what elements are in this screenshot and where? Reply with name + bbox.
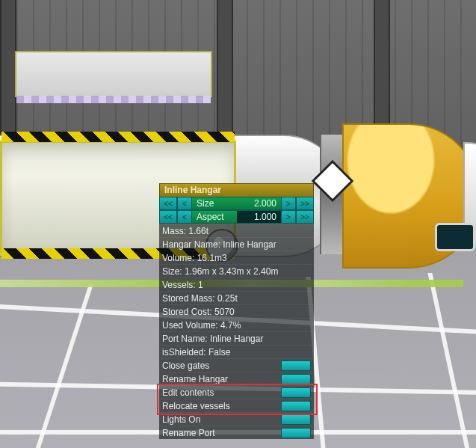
- info-row: Port Name: Inline Hangar: [159, 331, 314, 345]
- action-button[interactable]: [281, 401, 311, 411]
- info-row: Used Volume: 4.7%: [159, 318, 314, 331]
- panel-title: Inline Hangar: [159, 183, 314, 197]
- action-label: Relocate vessels: [162, 401, 281, 411]
- girder: [374, 0, 390, 202]
- info-row: Stored Cost: 5070: [159, 304, 314, 318]
- info-row: Volume: 16.1m3: [159, 251, 314, 264]
- info-text: Used Volume: 4.7%: [162, 320, 241, 331]
- info-row: Vessels: 1: [159, 277, 314, 291]
- info-text: Port Name: Inline Hangar: [162, 334, 263, 344]
- action-edit-contents[interactable]: Edit contents: [159, 385, 314, 399]
- girder: [217, 0, 233, 202]
- slider-value: 1.000: [254, 212, 281, 222]
- next-step-button[interactable]: >: [281, 197, 296, 210]
- building-wall: [0, 0, 476, 206]
- action-rename-hangar[interactable]: Rename Hangar: [159, 372, 314, 385]
- action-label: Close gates: [162, 360, 281, 371]
- tweakable-aspect[interactable]: <<<Aspect1.000>>>: [159, 210, 314, 224]
- last-step-button[interactable]: >>: [296, 210, 314, 224]
- action-button[interactable]: [281, 387, 311, 398]
- slider-label: Aspect: [192, 212, 224, 222]
- info-text: Mass: 1.66t: [162, 226, 208, 236]
- first-step-button[interactable]: <<: [159, 197, 177, 210]
- action-button[interactable]: [281, 360, 311, 371]
- info-text: Vessels: 1: [162, 280, 203, 290]
- action-label: Rename Port: [162, 428, 281, 438]
- action-label: Rename Hangar: [162, 374, 281, 384]
- action-close-gates[interactable]: Close gates: [159, 358, 314, 372]
- info-row: isShielded: False: [159, 345, 314, 358]
- prev-step-button[interactable]: <: [177, 197, 192, 210]
- action-button[interactable]: [281, 428, 311, 438]
- info-text: Volume: 16.1m3: [162, 253, 227, 263]
- info-row: Stored Mass: 0.25t: [159, 291, 314, 304]
- prev-step-button[interactable]: <: [177, 210, 192, 224]
- slider-label: Size: [192, 198, 214, 209]
- action-relocate-vessels[interactable]: Relocate vessels: [159, 399, 314, 412]
- info-row: Mass: 1.66t: [159, 224, 314, 237]
- tweakable-size[interactable]: <<<Size2.000>>>: [159, 197, 314, 210]
- action-rename-port[interactable]: Rename Port: [159, 426, 314, 439]
- action-label: Lights On: [162, 414, 281, 425]
- action-label: Edit contents: [162, 387, 281, 398]
- info-text: isShielded: False: [162, 347, 230, 358]
- info-text: Hangar Name: Inline Hangar: [162, 239, 276, 250]
- info-text: Size: 1.96m x 3.43m x 2.40m: [162, 266, 278, 277]
- slider-value: 2.000: [254, 198, 281, 209]
- last-step-button[interactable]: >>: [296, 197, 314, 210]
- info-text: Stored Cost: 5070: [162, 307, 235, 317]
- girder: [0, 0, 16, 202]
- info-text: Stored Mass: 0.25t: [162, 293, 238, 304]
- next-step-button[interactable]: >: [281, 210, 296, 224]
- first-step-button[interactable]: <<: [159, 210, 177, 224]
- slider-bar[interactable]: Size2.000: [192, 197, 281, 210]
- info-row: Hangar Name: Inline Hangar: [159, 237, 314, 251]
- slider-bar[interactable]: Aspect1.000: [192, 210, 281, 224]
- action-lights-on[interactable]: Lights On: [159, 412, 314, 426]
- action-button[interactable]: [281, 374, 311, 384]
- part-context-panel[interactable]: Inline Hangar <<<Size2.000>>><<<Aspect1.…: [159, 183, 314, 439]
- info-row: Size: 1.96m x 3.43m x 2.40m: [159, 264, 314, 277]
- action-button[interactable]: [281, 414, 311, 425]
